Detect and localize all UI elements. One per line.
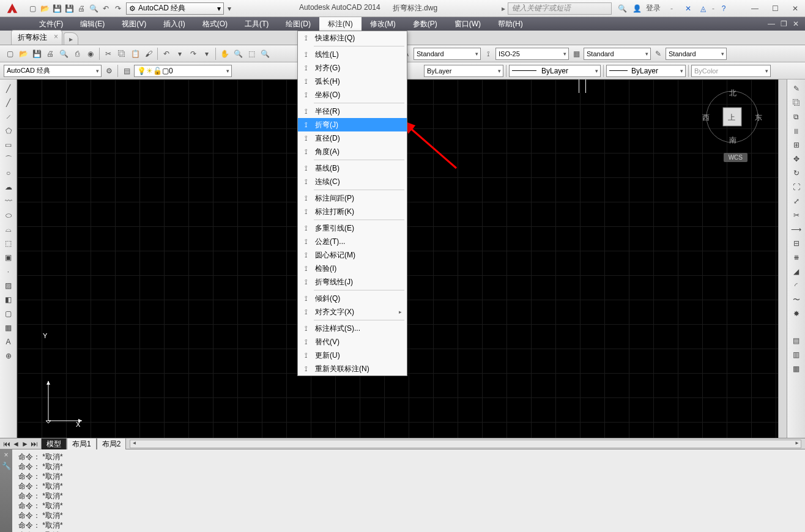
- close-tab-icon[interactable]: ×: [54, 32, 58, 41]
- lineweight-dropdown[interactable]: ByLayer: [606, 65, 686, 77]
- preview-icon[interactable]: 🔍: [58, 48, 70, 60]
- doc-minimize-button[interactable]: —: [766, 20, 777, 28]
- menu-3[interactable]: 插入(I): [155, 17, 193, 31]
- cmd-close-icon[interactable]: ×: [4, 451, 8, 459]
- new-icon[interactable]: ▢: [27, 3, 38, 14]
- file-tab[interactable]: 折弯标注 ×: [11, 30, 62, 45]
- menu-item[interactable]: ⟟基线(B): [298, 161, 407, 175]
- save-icon[interactable]: 💾: [51, 3, 62, 14]
- ellipsearc-icon[interactable]: ⌓: [2, 223, 15, 236]
- wcs-badge[interactable]: WCS: [724, 153, 748, 162]
- explode-icon[interactable]: ✸: [790, 307, 803, 320]
- open-icon[interactable]: 📂: [39, 3, 50, 14]
- xline-icon[interactable]: ╱: [2, 96, 15, 109]
- textstyle-dropdown[interactable]: Standard: [414, 48, 481, 60]
- offset-icon[interactable]: ⫼: [790, 124, 803, 138]
- layout-tab[interactable]: 布局2: [97, 438, 127, 450]
- circle-icon[interactable]: ○: [2, 166, 15, 180]
- command-history[interactable]: 命令： *取消*命令： *取消*命令： *取消*命令： *取消*命令： *取消*…: [12, 449, 805, 532]
- erase-icon[interactable]: ✎: [790, 82, 803, 95]
- menu-item[interactable]: ⟟倾斜(Q): [298, 292, 407, 305]
- viewcube[interactable]: 北 南 东 西 上: [705, 89, 760, 144]
- menu-item[interactable]: ⟟对齐(G): [298, 61, 407, 75]
- undo-dd-icon[interactable]: ▾: [174, 48, 186, 60]
- revcloud-icon[interactable]: ☁: [2, 180, 15, 194]
- menu-item[interactable]: ⟟线性(L): [298, 48, 407, 61]
- prev-tab-icon[interactable]: ◄: [12, 440, 20, 448]
- redo-icon[interactable]: ↷: [187, 48, 199, 60]
- last-tab-icon[interactable]: ⏭: [30, 440, 39, 448]
- new-tab-button[interactable]: ▸: [64, 32, 78, 45]
- plot-icon[interactable]: 🖨: [44, 48, 56, 60]
- zoom-win-icon[interactable]: ⬚: [245, 48, 258, 60]
- qat-dropdown-icon[interactable]: ▾: [224, 3, 235, 14]
- table-icon[interactable]: ▦: [2, 321, 15, 334]
- mirror-icon[interactable]: ⧉: [790, 110, 803, 124]
- tool1-icon[interactable]: ▤: [790, 334, 803, 347]
- menu-1[interactable]: 编辑(E): [72, 17, 113, 31]
- pan-icon[interactable]: ✋: [218, 48, 231, 60]
- paste-icon[interactable]: 📋: [129, 48, 141, 60]
- menu-7[interactable]: 标注(N): [319, 17, 362, 31]
- menu-4[interactable]: 格式(O): [194, 17, 236, 31]
- exchange-icon[interactable]: ✕: [683, 3, 694, 14]
- menu-item[interactable]: ⟟折弯(J): [298, 118, 407, 131]
- open-icon[interactable]: 📂: [17, 48, 29, 60]
- user-icon[interactable]: 👤: [631, 3, 642, 14]
- color-dropdown[interactable]: ByLayer: [424, 65, 503, 77]
- region-icon[interactable]: ▢: [2, 307, 15, 320]
- new-icon[interactable]: ▢: [4, 48, 16, 60]
- insert-icon[interactable]: ⬚: [2, 237, 15, 250]
- mlstyle-dropdown[interactable]: Standard: [666, 48, 727, 60]
- rect-icon[interactable]: ▭: [2, 138, 15, 152]
- menu-item[interactable]: ⟟替代(V): [298, 335, 407, 349]
- menu-item[interactable]: ⟟检验(I): [298, 262, 407, 275]
- mtext-icon[interactable]: A: [2, 335, 15, 349]
- menu-item[interactable]: ⟟多重引线(E): [298, 221, 407, 235]
- first-tab-icon[interactable]: ⏮: [2, 440, 11, 448]
- zoom-prev-icon[interactable]: 🔍: [259, 48, 271, 60]
- extend-icon[interactable]: ⟶: [790, 223, 803, 236]
- trim-icon[interactable]: ✂: [790, 209, 803, 222]
- scale-icon[interactable]: ⛶: [790, 180, 803, 194]
- menu-10[interactable]: 窗口(W): [446, 17, 489, 31]
- plotstyle-dropdown[interactable]: ByColor: [691, 65, 771, 77]
- menu-item[interactable]: ⟟坐标(O): [298, 88, 407, 102]
- menu-item[interactable]: ⟟圆心标记(M): [298, 248, 407, 262]
- rotate-icon[interactable]: ↻: [790, 166, 803, 180]
- menu-item[interactable]: ⟟对齐文字(X)▸: [298, 305, 407, 319]
- tablestyle-icon[interactable]: ▦: [570, 48, 582, 60]
- next-tab-icon[interactable]: ►: [21, 440, 29, 448]
- chamfer-icon[interactable]: ◢: [790, 265, 803, 278]
- menu-item[interactable]: ⟟标注打断(K): [298, 205, 407, 218]
- menu-9[interactable]: 参数(P): [404, 17, 446, 31]
- tablestyle-dropdown[interactable]: Standard: [584, 48, 651, 60]
- doc-restore-button[interactable]: ❐: [778, 20, 789, 28]
- menu-item[interactable]: ⟟重新关联标注(N): [298, 362, 407, 375]
- plot-icon[interactable]: 🖨: [76, 3, 87, 14]
- menu-item[interactable]: ⟟标注样式(S)...: [298, 322, 407, 335]
- workspace-dropdown[interactable]: ⚙AutoCAD 经典▾: [126, 2, 224, 15]
- arc-icon[interactable]: ⌒: [2, 152, 15, 166]
- preview-icon[interactable]: 🔍: [88, 3, 99, 14]
- layer-dropdown[interactable]: 💡☀🔓▢ 0: [134, 65, 232, 77]
- menu-8[interactable]: 修改(M): [362, 17, 404, 31]
- undo-icon[interactable]: ↶: [160, 48, 172, 60]
- line-icon[interactable]: ╱: [2, 82, 15, 95]
- linetype-dropdown[interactable]: ByLayer: [509, 65, 601, 77]
- move-icon[interactable]: ✥: [790, 152, 803, 166]
- publish-icon[interactable]: ⎙: [71, 48, 83, 60]
- pline-icon[interactable]: ⟋: [2, 110, 15, 124]
- layer-props-icon[interactable]: ▤: [121, 65, 133, 77]
- workspace-settings-icon[interactable]: ⚙: [103, 65, 115, 77]
- menu-item[interactable]: ⟟折弯线性(J): [298, 275, 407, 289]
- menu-6[interactable]: 绘图(D): [277, 17, 319, 31]
- zoom-rt-icon[interactable]: 🔍: [232, 48, 244, 60]
- mlstyle-icon[interactable]: ✎: [652, 48, 664, 60]
- tool2-icon[interactable]: ▥: [790, 348, 803, 361]
- menu-item[interactable]: ⟟更新(U): [298, 349, 407, 362]
- minimize-button[interactable]: —: [745, 2, 765, 15]
- spline-icon[interactable]: 〰: [2, 194, 15, 208]
- share-icon[interactable]: ◬: [697, 3, 708, 14]
- menu-item[interactable]: ⟟直径(D): [298, 131, 407, 145]
